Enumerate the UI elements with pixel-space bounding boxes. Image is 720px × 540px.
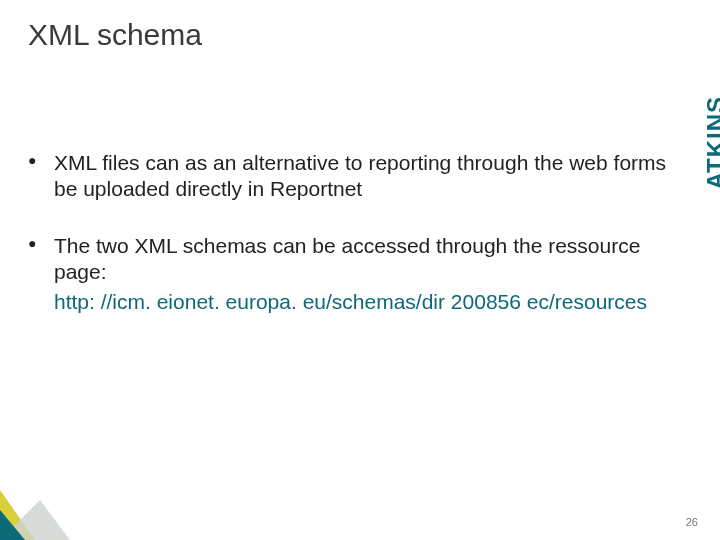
list-item: XML files can as an alternative to repor… [28,150,672,203]
resource-link[interactable]: http: //icm. eionet. europa. eu/schemas/… [54,289,672,315]
bullet-text: The two XML schemas can be accessed thro… [54,234,640,283]
corner-decoration-icon [0,480,70,540]
list-item: The two XML schemas can be accessed thro… [28,233,672,316]
page-number: 26 [686,516,698,528]
bullet-text: XML files can as an alternative to repor… [54,151,666,200]
svg-marker-2 [0,510,25,540]
brand-logo-text: ATKINS [702,96,720,190]
content-area: XML files can as an alternative to repor… [28,150,672,345]
slide: XML schema ATKINS XML files can as an al… [0,0,720,540]
svg-marker-0 [0,490,35,540]
page-title: XML schema [28,18,202,52]
bullet-list: XML files can as an alternative to repor… [28,150,672,315]
svg-marker-1 [0,500,70,540]
